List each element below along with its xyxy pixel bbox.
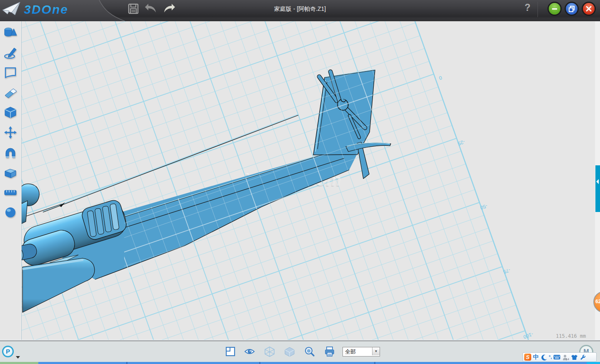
ime-user-icon[interactable]: 14 <box>562 354 569 361</box>
title-bar: 3DOne 家庭版 - [阿帕奇.Z1] ? <box>0 0 600 21</box>
rotor-mast-stem <box>22 201 28 224</box>
visibility-eye-icon[interactable] <box>244 346 255 357</box>
primitives-tool-icon[interactable] <box>3 25 18 40</box>
ime-skin-icon[interactable] <box>571 354 578 360</box>
axis-label: 0 <box>438 75 442 81</box>
material-tool-icon[interactable] <box>3 205 18 219</box>
ime-wrench-icon[interactable] <box>580 354 586 360</box>
view-filter-value: 全部 <box>345 348 356 356</box>
move-tool-icon[interactable] <box>3 125 18 140</box>
svg-text:14: 14 <box>566 358 569 361</box>
zoom-view-icon[interactable] <box>304 346 315 357</box>
left-toolbar <box>0 21 21 340</box>
wireframe-view-icon[interactable] <box>264 346 275 357</box>
measurement-label: 115.416 mm <box>556 333 586 339</box>
solid-cube-tool-icon[interactable] <box>3 105 18 120</box>
sketch-plane-tool-icon[interactable] <box>3 65 18 80</box>
maximize-button[interactable] <box>566 3 578 15</box>
eraser-tool-icon[interactable] <box>3 85 18 100</box>
print-icon[interactable] <box>324 346 335 357</box>
ime-keyboard-icon[interactable] <box>553 354 560 360</box>
window-controls-divider <box>538 2 538 17</box>
axis-label: -25 <box>457 139 465 147</box>
p-dropdown-arrow[interactable] <box>16 356 20 359</box>
panel-expand-tab[interactable] <box>595 165 600 212</box>
ime-moon-icon[interactable] <box>540 354 547 361</box>
sketch-plane-view-icon[interactable] <box>225 346 236 357</box>
status-bar-divider <box>0 341 600 341</box>
close-button[interactable] <box>583 3 595 15</box>
p-badge[interactable]: P <box>2 346 14 357</box>
taskbar-strip <box>0 362 600 364</box>
taskbar-divider <box>126 362 128 364</box>
panel-arrow-icon <box>596 179 599 184</box>
ime-punct-icon[interactable]: °, <box>549 353 552 362</box>
axis-label: -75 <box>502 267 511 275</box>
ime-toolbar[interactable]: S 中 °, 14 <box>522 352 597 362</box>
status-bar <box>0 340 600 362</box>
solid-view-icon[interactable] <box>284 346 295 357</box>
ime-lang-toggle[interactable]: 中 <box>533 353 539 362</box>
minimize-button[interactable] <box>549 3 560 15</box>
axis-label: -100 <box>522 331 534 340</box>
view-filter-dropdown[interactable]: 全部 ▼ <box>342 347 380 357</box>
help-button[interactable]: ? <box>522 2 532 13</box>
window-title: 家庭版 - [阿帕奇.Z1] <box>0 5 600 13</box>
measure-tool-icon[interactable] <box>3 185 18 199</box>
taskbar-divider <box>259 362 260 364</box>
magnet-tool-icon[interactable] <box>3 145 18 160</box>
taskbar-green-segment <box>0 362 38 364</box>
dropdown-arrow-icon[interactable]: ▼ <box>372 347 380 355</box>
model-apache[interactable] <box>22 70 391 312</box>
sogou-logo-icon[interactable]: S <box>524 354 531 361</box>
viewport[interactable]: 0-25-50-75-100 i3DOne.com i3DOne.com <box>22 21 595 340</box>
taskbar-divider <box>374 362 375 364</box>
taskbar-cyan-segment <box>587 362 600 364</box>
grid-axis-labels: 0-25-50-75-100 <box>438 75 534 340</box>
stub-wing <box>22 258 95 312</box>
sketch-tool-icon[interactable] <box>3 45 18 60</box>
grid-boundary-line <box>415 21 530 340</box>
deform-tool-icon[interactable] <box>3 165 18 180</box>
